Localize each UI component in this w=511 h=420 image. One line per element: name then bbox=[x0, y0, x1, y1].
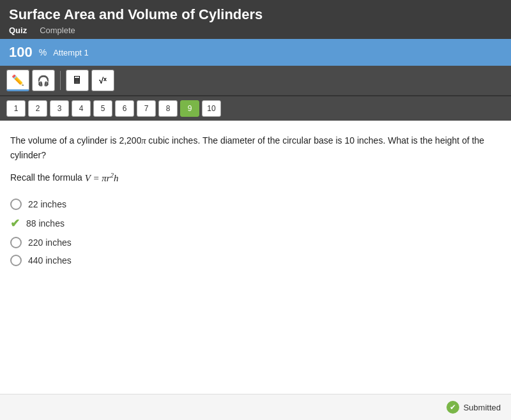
question-nav-6[interactable]: 6 bbox=[115, 100, 134, 117]
calculator-icon: 🖩 bbox=[72, 75, 82, 86]
quiz-label: Quiz bbox=[9, 26, 27, 35]
pencil-icon: ✏️ bbox=[11, 74, 24, 86]
question-nav-7[interactable]: 7 bbox=[137, 100, 156, 117]
option-88-label: 88 inches bbox=[26, 218, 65, 229]
option-22-label: 22 inches bbox=[28, 199, 66, 209]
question-nav-8[interactable]: 8 bbox=[158, 100, 178, 117]
main-content: The volume of a cylinder is 2,200π cubic… bbox=[0, 121, 511, 401]
formula-recall-line: Recall the formula V = πr2h bbox=[10, 172, 501, 184]
score-value: 100 bbox=[9, 44, 33, 61]
question-nav-5[interactable]: 5 bbox=[93, 100, 112, 117]
audio-tool-button[interactable]: 🎧 bbox=[32, 70, 55, 91]
formula-prefix: Recall the formula bbox=[10, 172, 82, 183]
score-percent: % bbox=[39, 47, 47, 57]
question-nav-4[interactable]: 4 bbox=[72, 100, 91, 117]
question-nav-3[interactable]: 3 bbox=[50, 100, 69, 117]
toolbar-divider bbox=[60, 71, 61, 90]
headphone-icon: 🎧 bbox=[37, 75, 50, 87]
answer-options: 22 inches ✔ 88 inches 220 inches 440 inc… bbox=[10, 195, 501, 269]
page-footer: ✔ Submitted bbox=[0, 394, 511, 420]
option-88-inches[interactable]: ✔ 88 inches bbox=[10, 213, 501, 234]
submitted-check-icon: ✔ bbox=[446, 401, 459, 414]
question-text: The volume of a cylinder is 2,200π cubic… bbox=[10, 133, 501, 163]
question-navigation: 1 2 3 4 5 6 7 8 9 10 bbox=[0, 96, 511, 121]
question-nav-2[interactable]: 2 bbox=[28, 100, 47, 117]
option-440-inches[interactable]: 440 inches bbox=[10, 251, 501, 269]
score-bar: 100 % Attempt 1 bbox=[0, 39, 511, 66]
radio-440-inches[interactable] bbox=[10, 255, 22, 266]
toolbar: ✏️ 🎧 🖩 √x bbox=[0, 66, 511, 96]
submitted-badge: ✔ Submitted bbox=[446, 401, 501, 414]
page-title: Surface Area and Volume of Cylinders bbox=[9, 6, 502, 23]
question-nav-1[interactable]: 1 bbox=[6, 100, 26, 117]
formula-tool-button[interactable]: √x bbox=[91, 70, 114, 91]
option-440-label: 440 inches bbox=[28, 255, 72, 266]
status-label: Complete bbox=[40, 26, 75, 35]
attempt-label: Attempt 1 bbox=[53, 48, 89, 57]
pi-symbol: π bbox=[141, 136, 146, 146]
question-nav-10[interactable]: 10 bbox=[202, 100, 221, 117]
submitted-label: Submitted bbox=[463, 403, 501, 412]
option-220-inches[interactable]: 220 inches bbox=[10, 234, 501, 251]
page-header: Surface Area and Volume of Cylinders Qui… bbox=[0, 0, 511, 39]
radio-220-inches[interactable] bbox=[10, 237, 22, 248]
pencil-tool-button[interactable]: ✏️ bbox=[6, 70, 29, 91]
formula-display: V = πr2h bbox=[85, 172, 119, 184]
formula-icon: √x bbox=[99, 76, 107, 86]
option-220-label: 220 inches bbox=[28, 237, 72, 248]
question-nav-9[interactable]: 9 bbox=[180, 100, 199, 117]
option-22-inches[interactable]: 22 inches bbox=[10, 195, 501, 213]
header-meta: Quiz Complete bbox=[9, 26, 502, 35]
radio-22-inches[interactable] bbox=[10, 199, 22, 210]
checkmark-icon: ✔ bbox=[10, 216, 20, 230]
calculator-tool-button[interactable]: 🖩 bbox=[66, 70, 89, 91]
